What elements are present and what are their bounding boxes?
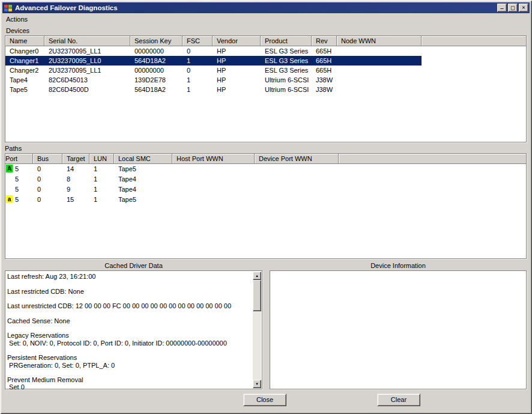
devices-column-header-3[interactable]: FSC (183, 36, 213, 46)
devices-column-header-5[interactable]: Product (261, 36, 312, 46)
device-cell (337, 46, 422, 56)
close-button[interactable]: Close (243, 394, 286, 406)
device-cell: Changer1 (5, 56, 44, 65)
path-row[interactable]: a50151Tape5 (5, 195, 526, 205)
paths-column-header-3[interactable]: LUN (89, 154, 114, 164)
device-cell: J38W (312, 75, 337, 85)
devices-column-header-0[interactable]: Name (5, 36, 44, 46)
device-cell: 665H (312, 56, 337, 65)
path-row[interactable]: A50141Tape5 (5, 164, 526, 174)
path-cell: 8 (62, 174, 89, 184)
path-row[interactable]: 5081Tape4 (5, 174, 526, 184)
clear-button[interactable]: Clear (377, 394, 420, 406)
port-status-badge-empty (6, 185, 13, 193)
device-cell (337, 65, 422, 75)
cached-driver-data-text: Last refresh: Aug 23, 16:21:00 Last rest… (5, 271, 262, 392)
devices-rows: Changer02U32370095_LL1000000000HPESL G3 … (5, 46, 526, 94)
minimize-icon[interactable] (497, 4, 507, 12)
devices-list: NameSerial No.Session KeyFSCVendorProduc… (5, 35, 527, 142)
device-cell: 82C6D4500D (44, 85, 130, 94)
menu-actions[interactable]: Actions (2, 15, 31, 23)
path-cell: 5 (5, 174, 33, 184)
paths-rows: A50141Tape55081Tape45091Tape4a50151Tape5 (5, 164, 526, 205)
device-row[interactable]: Changer02U32370095_LL1000000000HPESL G3 … (5, 46, 526, 56)
device-cell: HP (213, 75, 261, 85)
path-cell: Tape4 (114, 174, 172, 184)
device-cell: 564D18A2 (130, 85, 183, 94)
paths-column-header-7[interactable] (339, 154, 526, 164)
cached-driver-data-label: Cached Driver Data (5, 262, 262, 269)
path-cell: 0 (33, 164, 62, 174)
device-cell: 0 (183, 46, 213, 56)
window-controls (497, 4, 528, 12)
path-cell (255, 164, 339, 174)
devices-column-header-2[interactable]: Session Key (130, 36, 183, 46)
port-status-badge-empty (6, 175, 13, 183)
device-cell: 139D2E78 (130, 75, 183, 85)
scroll-down-icon[interactable] (253, 380, 261, 388)
scroll-thumb[interactable] (253, 280, 261, 311)
devices-column-header-4[interactable]: Vendor (213, 36, 261, 46)
path-cell: A5 (5, 164, 33, 174)
path-cell (172, 184, 255, 195)
window-title: Advanced Failover Diagnostics (15, 4, 118, 11)
device-cell: 665H (312, 46, 337, 56)
device-row[interactable]: Tape582C6D4500D564D18A21HPUltrium 6-SCSI… (5, 85, 526, 94)
path-cell: 0 (33, 195, 62, 205)
devices-column-header-7[interactable]: Node WWN (337, 36, 422, 46)
titlebar: Advanced Failover Diagnostics (2, 2, 530, 13)
close-icon[interactable] (519, 4, 528, 12)
devices-header-row: NameSerial No.Session KeyFSCVendorProduc… (5, 36, 526, 46)
devices-column-header-8[interactable] (422, 36, 526, 46)
path-cell: 0 (33, 174, 62, 184)
path-cell (255, 174, 339, 184)
devices-label: Devices (6, 27, 29, 34)
device-cell: 2U32370095_LL1 (44, 65, 130, 75)
path-cell: Tape5 (114, 195, 172, 205)
device-cell: 665H (312, 65, 337, 75)
path-cell (255, 184, 339, 195)
path-cell: 1 (89, 195, 114, 205)
paths-column-header-1[interactable]: Bus (33, 154, 62, 164)
maximize-icon[interactable] (508, 4, 518, 12)
device-cell: Ultrium 6-SCSI (261, 85, 312, 94)
device-cell: Tape4 (5, 75, 44, 85)
device-cell: HP (213, 46, 261, 56)
path-cell: 1 (89, 164, 114, 174)
path-cell (255, 195, 339, 205)
port-status-badge: A (6, 165, 13, 172)
device-row[interactable]: Changer22U32370095_LL1000000000HPESL G3 … (5, 65, 526, 75)
path-row[interactable]: 5091Tape4 (5, 184, 526, 195)
app-icon (4, 4, 13, 12)
device-cell: ESL G3 Series (261, 65, 312, 75)
device-cell (337, 75, 422, 85)
vertical-scrollbar[interactable] (253, 272, 261, 388)
paths-column-header-6[interactable]: Device Port WWN (255, 154, 339, 164)
cached-driver-data-box[interactable]: Last refresh: Aug 23, 16:21:00 Last rest… (5, 270, 262, 389)
paths-column-header-2[interactable]: Target (62, 154, 89, 164)
path-cell (172, 195, 255, 205)
path-cell (172, 164, 255, 174)
port-status-badge: a (6, 195, 13, 203)
paths-column-header-5[interactable]: Host Port WWN (172, 154, 255, 164)
devices-column-header-6[interactable]: Rev (312, 36, 337, 46)
device-row[interactable]: Tape482C6D45013139D2E781HPUltrium 6-SCSI… (5, 75, 526, 85)
device-information-box[interactable] (270, 270, 527, 389)
path-cell: Tape4 (114, 184, 172, 195)
device-cell: 1 (183, 56, 213, 65)
device-cell: ESL G3 Series (261, 46, 312, 56)
device-cell: Changer2 (5, 65, 44, 75)
device-cell: 1 (183, 75, 213, 85)
paths-column-header-4[interactable]: Local SMC (114, 154, 172, 164)
path-cell (172, 174, 255, 184)
device-cell: 1 (183, 85, 213, 94)
scroll-up-icon[interactable] (253, 272, 261, 280)
device-cell: J38W (312, 85, 337, 94)
paths-column-header-0[interactable]: Port (5, 154, 33, 164)
devices-column-header-1[interactable]: Serial No. (44, 36, 130, 46)
device-cell: 2U32370095_LL0 (44, 56, 130, 65)
device-cell: 2U32370095_LL1 (44, 46, 130, 56)
device-row[interactable]: Changer12U32370095_LL0564D18A21HPESL G3 … (5, 56, 422, 65)
path-cell: 14 (62, 164, 89, 174)
device-cell: ESL G3 Series (261, 56, 312, 65)
